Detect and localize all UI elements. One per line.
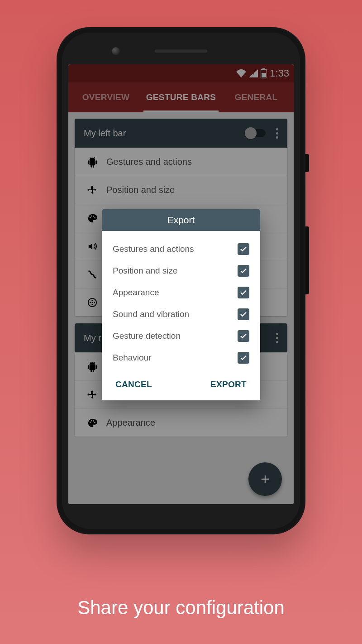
export-option-appearance[interactable]: Appearance xyxy=(113,282,249,303)
checkbox-checked-icon[interactable] xyxy=(238,330,249,342)
option-label: Sound and vibration xyxy=(113,309,189,319)
earpiece xyxy=(154,49,208,53)
front-camera xyxy=(112,47,120,55)
checkbox-checked-icon[interactable] xyxy=(238,352,249,364)
export-option-detection[interactable]: Gesture detection xyxy=(113,325,249,347)
dialog-body: Gestures and actions Position and size A… xyxy=(102,231,260,372)
cancel-button[interactable]: CANCEL xyxy=(114,377,154,392)
option-label: Position and size xyxy=(113,266,178,276)
export-option-gestures[interactable]: Gestures and actions xyxy=(113,238,249,260)
dialog-actions: CANCEL EXPORT xyxy=(102,372,260,400)
phone-frame: 1:33 OVERVIEW GESTURE BARS GENERAL My le… xyxy=(57,27,305,534)
option-label: Behaviour xyxy=(113,353,152,363)
export-button[interactable]: EXPORT xyxy=(209,377,248,392)
option-label: Gesture detection xyxy=(113,331,181,341)
checkbox-checked-icon[interactable] xyxy=(238,308,249,320)
promo-caption: Share your configuration xyxy=(0,597,362,619)
screen: 1:33 OVERVIEW GESTURE BARS GENERAL My le… xyxy=(68,64,294,504)
option-label: Gestures and actions xyxy=(113,244,194,254)
export-option-behaviour[interactable]: Behaviour xyxy=(113,347,249,369)
export-option-sound[interactable]: Sound and vibration xyxy=(113,303,249,325)
checkbox-checked-icon[interactable] xyxy=(238,265,249,277)
checkbox-checked-icon[interactable] xyxy=(238,243,249,255)
dialog-title: Export xyxy=(102,209,260,231)
option-label: Appearance xyxy=(113,288,159,298)
export-dialog: Export Gestures and actions Position and… xyxy=(102,209,260,400)
power-button xyxy=(305,154,309,172)
checkbox-checked-icon[interactable] xyxy=(238,287,249,298)
volume-button xyxy=(305,226,309,294)
export-option-position[interactable]: Position and size xyxy=(113,260,249,282)
